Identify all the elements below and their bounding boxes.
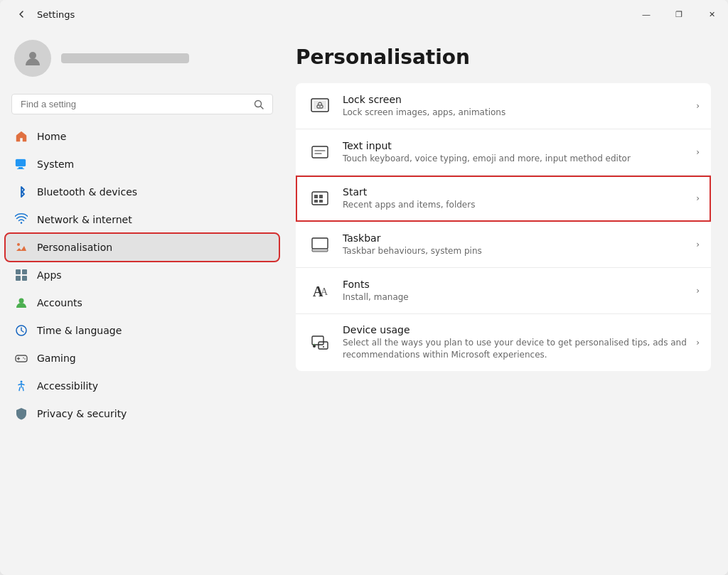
sidebar-item-bluetooth[interactable]: Bluetooth & devices [6,178,279,205]
text-input-text: Text input Touch keyboard, voice typing,… [343,140,690,165]
svg-rect-3 [16,159,26,166]
svg-rect-24 [312,146,328,158]
maximize-button[interactable]: ❐ [663,0,695,28]
start-icon [307,186,333,211]
sidebar-item-accessibility[interactable]: Accessibility [6,372,279,399]
svg-rect-33 [312,249,328,252]
svg-rect-9 [22,269,27,274]
svg-point-12 [19,299,24,303]
start-title: Start [343,186,690,198]
device-usage-icon [307,330,333,355]
settings-item-device-usage[interactable]: Device usage Select all the ways you pla… [296,314,711,371]
time-icon [14,323,28,338]
sidebar-item-apps[interactable]: Apps [6,262,279,289]
lock-screen-icon [307,93,333,119]
svg-point-18 [24,358,26,360]
device-usage-title: Device usage [343,324,690,335]
sidebar-label-system: System [37,158,74,170]
text-input-title: Text input [343,140,690,151]
sidebar-item-privacy[interactable]: Privacy & security [6,400,279,427]
taskbar-text: Taskbar Taskbar behaviours, system pins [343,232,690,257]
taskbar-desc: Taskbar behaviours, system pins [343,245,690,257]
search-box[interactable] [11,94,273,114]
svg-rect-10 [16,276,21,281]
sidebar-label-accessibility: Accessibility [37,380,98,392]
settings-window: Settings — ❐ ✕ [0,0,728,575]
text-input-desc: Touch keyboard, voice typing, emoji and … [343,153,690,165]
chevron-right-icon: › [696,193,700,203]
lock-screen-title: Lock screen [343,94,690,105]
sidebar-label-privacy: Privacy & security [37,408,127,419]
svg-rect-30 [314,200,318,203]
system-icon [14,157,28,171]
fonts-title: Fonts [343,279,690,290]
chevron-right-icon: › [696,240,700,249]
chevron-right-icon: › [696,101,700,111]
svg-line-2 [261,106,264,109]
title-bar: Settings — ❐ ✕ [0,0,728,28]
svg-rect-4 [18,167,23,168]
fonts-text: Fonts Install, manage [343,279,690,303]
user-profile [0,28,284,91]
svg-point-6 [21,222,22,223]
back-button[interactable] [11,4,31,24]
start-desc: Recent apps and items, folders [343,199,690,211]
close-button[interactable]: ✕ [695,0,728,28]
settings-item-taskbar[interactable]: Taskbar Taskbar behaviours, system pins … [296,222,711,268]
svg-text:A: A [321,286,328,297]
minimize-button[interactable]: — [630,0,663,28]
nav-items: Home System [0,123,284,427]
settings-list: Lock screen Lock screen images, apps, an… [296,83,711,371]
svg-rect-11 [22,276,27,281]
sidebar-label-gaming: Gaming [37,353,76,364]
svg-point-0 [29,52,36,59]
main-content: Home System [0,28,728,575]
lock-screen-text: Lock screen Lock screen images, apps, an… [343,94,690,119]
svg-rect-29 [319,195,323,198]
sidebar-label-network: Network & internet [37,214,132,225]
device-usage-text: Device usage Select all the ways you pla… [343,324,690,361]
svg-rect-31 [319,200,323,203]
svg-point-7 [17,243,20,246]
taskbar-icon [307,232,333,257]
window-controls: — ❐ ✕ [630,0,728,28]
sidebar-item-personalisation[interactable]: Personalisation [6,234,279,261]
sidebar-item-network[interactable]: Network & internet [6,206,279,233]
sidebar-item-gaming[interactable]: Gaming [6,345,279,372]
user-name [61,53,189,63]
right-panel: Personalisation Lock screen [284,28,728,575]
svg-point-39 [313,345,316,348]
settings-item-start[interactable]: Start Recent apps and items, folders › [296,176,711,222]
svg-point-23 [319,106,321,107]
chevron-right-icon: › [696,338,700,348]
settings-item-fonts[interactable]: A A Fonts Install, manage › [296,268,711,314]
svg-rect-5 [17,168,24,169]
sidebar-item-home[interactable]: Home [6,123,279,150]
settings-item-text-input[interactable]: Text input Touch keyboard, voice typing,… [296,129,711,176]
gaming-icon [14,351,28,365]
bluetooth-icon [14,185,28,199]
svg-rect-32 [312,238,328,249]
home-icon [14,129,28,144]
settings-item-lock-screen[interactable]: Lock screen Lock screen images, apps, an… [296,83,711,129]
app-title: Settings [37,9,75,20]
sidebar-item-accounts[interactable]: Accounts [6,289,279,316]
sidebar-item-system[interactable]: System [6,151,279,178]
sidebar-label-personalisation: Personalisation [37,242,112,253]
personalisation-icon [14,240,28,254]
start-text: Start Recent apps and items, folders [343,186,690,211]
svg-rect-36 [312,336,323,345]
fonts-icon: A A [307,278,333,303]
accessibility-icon [14,379,28,393]
svg-rect-28 [314,195,318,198]
chevron-right-icon: › [696,286,700,296]
taskbar-title: Taskbar [343,232,690,244]
svg-point-19 [21,381,23,383]
search-input[interactable] [21,99,248,109]
sidebar-label-bluetooth: Bluetooth & devices [37,186,137,198]
lock-screen-desc: Lock screen images, apps, animations [343,107,690,119]
search-icon [254,100,264,109]
sidebar: Home System [0,28,284,575]
sidebar-label-home: Home [37,131,66,142]
sidebar-item-time[interactable]: Time & language [6,317,279,344]
